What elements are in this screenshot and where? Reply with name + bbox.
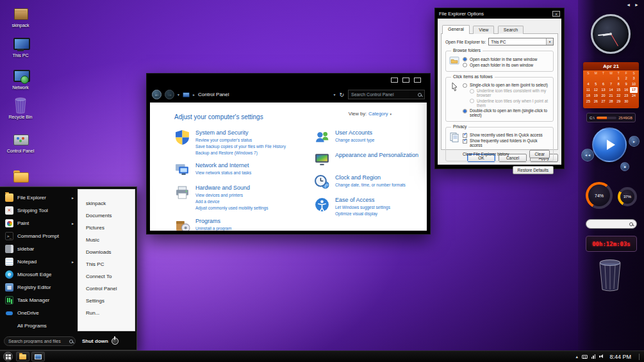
radio-option-same-window[interactable]: Open each folder in the same window [463, 57, 550, 62]
breadcrumb[interactable]: Control Panel [198, 92, 229, 97]
start-right-music[interactable]: Music [78, 234, 135, 246]
radio-option-single-click[interactable]: Single-click to open an item (point to s… [463, 83, 550, 88]
program-box-disc-icon[interactable] [174, 218, 190, 231]
calendar-day[interactable]: 3 [630, 76, 638, 81]
close-icon[interactable]: ✕ [552, 11, 560, 17]
calendar-day[interactable]: 26 [592, 99, 600, 104]
printer-icon[interactable] [174, 185, 190, 201]
category-title[interactable]: System and Security [195, 129, 286, 136]
cpu-gauge-gadget[interactable]: 74% [586, 182, 613, 209]
calendar-day[interactable]: 6 [600, 81, 607, 87]
analog-clock-gadget[interactable] [591, 14, 631, 54]
view-by-value[interactable]: Category [368, 111, 388, 117]
address-dropdown-icon[interactable]: ▾ [333, 92, 335, 97]
shutdown-button[interactable]: Shut down [82, 338, 119, 345]
calendar-day[interactable]: 16 [622, 87, 630, 93]
category-link[interactable]: Adjust commonly used mobility settings [195, 205, 268, 211]
category-link[interactable]: Save backup copies of your files with Fi… [195, 144, 286, 150]
checkbox-checked-icon[interactable] [463, 133, 467, 138]
control-panel-searchbox[interactable] [348, 90, 425, 99]
category-link[interactable]: Add a device [195, 199, 268, 205]
calendar-day[interactable]: 19 [592, 93, 600, 99]
tab-general[interactable]: General [442, 25, 470, 34]
search-input[interactable] [351, 92, 416, 97]
calendar-day[interactable]: 29 [615, 99, 622, 104]
touch-keyboard-icon[interactable] [582, 355, 588, 359]
chevron-down-icon[interactable]: ▾ [390, 112, 392, 116]
dialog-titlebar[interactable]: File Explorer Options ✕ [438, 8, 561, 19]
start-right-control-panel[interactable]: Control Panel [78, 283, 135, 295]
start-button[interactable] [3, 352, 13, 361]
play-icon[interactable] [607, 140, 615, 150]
checkbox-recent-files[interactable]: Show recently used files in Quick access [463, 133, 550, 138]
radio-option-underline-point[interactable]: Underline icon titles only when I point … [470, 99, 550, 108]
category-link[interactable]: Optimize visual display [335, 211, 390, 217]
taskbar-app-window[interactable] [31, 352, 45, 361]
start-right-pictures[interactable]: Pictures [78, 222, 135, 234]
network-tray-icon[interactable] [591, 354, 596, 359]
start-item-snipping-tool[interactable]: Snipping Tool [0, 204, 77, 217]
taskbar-app-file-explorer[interactable] [16, 352, 29, 361]
desktop-icon-skinpack[interactable]: skinpack [1, 6, 40, 28]
calendar-day[interactable]: 7 [607, 81, 615, 87]
calendar-day[interactable]: 28 [607, 99, 615, 104]
category-link[interactable]: Backup and Restore (Windows 7) [195, 150, 286, 156]
calendar-day[interactable]: 14 [607, 87, 615, 93]
desktop-icon-folder[interactable] [1, 168, 40, 185]
start-right-this-pc[interactable]: This PC [78, 258, 135, 270]
tab-search[interactable]: Search [498, 26, 524, 34]
calendar-day[interactable]: 22 [615, 93, 622, 99]
category-link[interactable]: View devices and printers [195, 192, 268, 199]
start-right-downloads[interactable]: Downloads [78, 246, 135, 258]
maximize-button[interactable] [402, 78, 409, 83]
desktop-icon-recycle-bin[interactable]: Recycle Bin [1, 98, 40, 120]
radio-icon[interactable] [463, 63, 467, 67]
start-right-settings[interactable]: Settings [78, 295, 135, 307]
recycle-bin-gadget[interactable] [596, 259, 624, 295]
start-right-connect-to[interactable]: Connect To [78, 270, 135, 283]
hidden-icons-chevron-icon[interactable]: ▴ [575, 354, 578, 359]
calendar-day[interactable]: 24 [630, 93, 638, 99]
previous-track-button[interactable]: ◄◄ [581, 149, 594, 161]
calendar-day[interactable]: 13 [600, 87, 607, 93]
restore-defaults-button[interactable]: Restore Defaults [513, 166, 554, 174]
calendar-day[interactable] [584, 76, 592, 81]
category-link[interactable]: Change account type [335, 137, 374, 144]
calendar-day[interactable]: 23 [622, 93, 630, 99]
user-accounts-icon[interactable] [314, 129, 330, 145]
desktop-icon-network[interactable]: Network [1, 69, 40, 90]
calendar-day[interactable]: 18 [584, 93, 592, 99]
start-item-command-prompt[interactable]: Command Prompt [0, 229, 77, 242]
start-item-file-explorer[interactable]: File Explorer▸ [0, 191, 77, 204]
sidebar-search-gadget[interactable] [586, 219, 637, 229]
forward-button[interactable]: → [165, 90, 174, 99]
close-button[interactable] [414, 78, 421, 83]
calendar-day[interactable] [600, 76, 607, 81]
category-title[interactable]: Programs [195, 218, 231, 224]
calendar-day[interactable] [592, 76, 600, 81]
search-icon[interactable] [629, 222, 633, 226]
start-search-box[interactable] [4, 336, 76, 346]
calendar-day[interactable]: 5 [592, 81, 600, 87]
calendar-day[interactable]: 2 [622, 76, 630, 81]
calendar-day[interactable]: 25 [584, 99, 592, 104]
back-button[interactable]: ← [152, 90, 161, 99]
category-title[interactable]: Hardware and Sound [195, 185, 268, 191]
radio-option-own-window[interactable]: Open each folder in its own window [463, 63, 550, 68]
start-item-sidebar[interactable]: sidebar [0, 242, 77, 255]
category-link[interactable]: Uninstall a program [195, 226, 231, 231]
desktop-icon-this-pc[interactable]: This PC [1, 37, 40, 58]
calendar-day[interactable] [630, 99, 638, 104]
media-player-gadget[interactable] [592, 128, 627, 162]
start-item-microsoft-edge[interactable]: Microsoft Edge [0, 268, 77, 281]
sidebar-next-icon[interactable]: ► [634, 3, 639, 7]
calendar-day[interactable]: 12 [592, 87, 600, 93]
network-monitors-icon[interactable] [174, 162, 190, 178]
next-track-button[interactable]: ► [629, 136, 640, 147]
radio-icon[interactable] [463, 83, 467, 88]
category-link[interactable]: Let Windows suggest settings [335, 204, 390, 211]
category-link[interactable]: Change date, time, or number formats [335, 182, 406, 188]
checkbox-checked-icon[interactable] [463, 139, 467, 144]
start-item-task-manager[interactable]: Task Manager [0, 293, 77, 306]
open-to-select[interactable]: This PC [488, 38, 554, 45]
